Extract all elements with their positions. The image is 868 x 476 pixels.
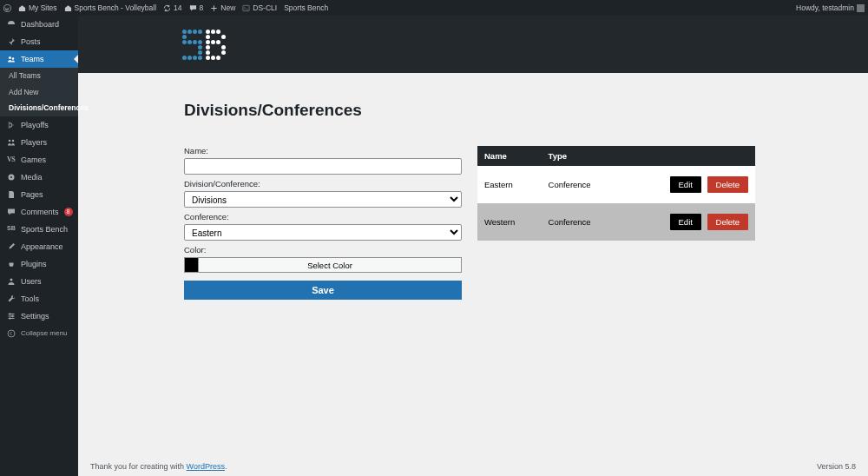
- divisions-table: Name Type Eastern Conference Edit: [477, 146, 755, 241]
- edit-button[interactable]: Edit: [670, 176, 701, 193]
- admin-bar: My Sites Sports Bench - Volleyball 14 8 …: [0, 0, 868, 16]
- adminbar-site[interactable]: Sports Bench - Volleyball: [64, 3, 157, 12]
- menu-games-label: Games: [21, 155, 46, 164]
- col-type: Type: [542, 146, 623, 166]
- menu-appearance-label: Appearance: [21, 242, 63, 251]
- footer-thanks-prefix: Thank you for creating with: [90, 462, 187, 471]
- footer-wp-link[interactable]: WordPress: [187, 462, 225, 471]
- submenu-allteams[interactable]: All Teams: [0, 68, 78, 84]
- svg-point-0: [3, 4, 10, 11]
- svg-point-11: [12, 315, 14, 317]
- menu-tools-label: Tools: [21, 294, 39, 303]
- menu-pages[interactable]: Pages: [0, 186, 78, 203]
- adminbar-comments[interactable]: 8: [189, 3, 204, 12]
- adminbar-updates[interactable]: 14: [163, 3, 181, 12]
- adminbar-wp-logo[interactable]: [3, 4, 11, 12]
- conference-select[interactable]: Eastern: [184, 224, 462, 241]
- adminbar-sportsbench[interactable]: Sports Bench: [284, 3, 328, 12]
- menu-sportsbench-label: Sports Bench: [21, 225, 68, 234]
- submenu-addnew[interactable]: Add New: [0, 84, 78, 101]
- menu-comments[interactable]: Comments 8: [0, 203, 78, 221]
- svg-point-4: [12, 57, 15, 60]
- adminbar-howdy[interactable]: Howdy, testadmin: [796, 3, 865, 12]
- wordpress-logo-icon: [3, 4, 11, 12]
- adminbar-mysites[interactable]: My Sites: [18, 3, 57, 12]
- menu-users-label: Users: [21, 277, 42, 286]
- dashboard-icon: [7, 20, 16, 29]
- delete-button[interactable]: Delete: [707, 214, 748, 230]
- menu-media[interactable]: Media: [0, 169, 78, 186]
- divconf-label: Division/Conference:: [184, 179, 462, 188]
- sites-icon: [18, 4, 26, 12]
- select-color-button[interactable]: Select Color: [198, 257, 462, 273]
- user-icon: [7, 277, 16, 286]
- color-swatch[interactable]: [184, 257, 198, 273]
- collapse-icon: [7, 329, 16, 338]
- svg-point-8: [10, 176, 12, 178]
- svg-point-13: [8, 330, 15, 337]
- adminbar-updates-count: 14: [174, 3, 181, 12]
- svg-rect-1: [243, 5, 249, 10]
- col-name: Name: [477, 146, 542, 166]
- wrench-icon: [7, 294, 16, 303]
- sb-logo: [182, 30, 226, 60]
- submenu-divconf[interactable]: Divisions/Conferences: [0, 100, 78, 116]
- menu-teams[interactable]: Teams: [0, 50, 78, 68]
- cell-name: Western: [477, 203, 542, 241]
- menu-users[interactable]: Users: [0, 273, 78, 290]
- players-icon: [7, 138, 16, 147]
- svg-point-12: [10, 318, 11, 320]
- footer-thanks-suffix: .: [225, 462, 227, 471]
- table-row: Eastern Conference Edit Delete: [477, 166, 755, 203]
- menu-appearance[interactable]: Appearance: [0, 238, 78, 255]
- adminbar-dscli-label: DS-CLI: [253, 3, 277, 12]
- menu-dashboard-label: Dashboard: [21, 20, 59, 29]
- adminbar-site-label: Sports Bench - Volleyball: [75, 3, 157, 12]
- menu-teams-label: Teams: [21, 55, 44, 63]
- menu-playoffs-label: Playoffs: [21, 121, 49, 129]
- submenu-teams: All Teams Add New Divisions/Conferences: [0, 68, 78, 116]
- adminbar-dscli[interactable]: DS-CLI: [242, 3, 277, 12]
- menu-dashboard[interactable]: Dashboard: [0, 16, 78, 33]
- cell-type: Conference: [542, 203, 623, 241]
- menu-playoffs[interactable]: Playoffs: [0, 116, 78, 134]
- menu-tools[interactable]: Tools: [0, 290, 78, 307]
- name-input[interactable]: [184, 158, 462, 175]
- menu-plugins-label: Plugins: [21, 260, 47, 268]
- delete-button[interactable]: Delete: [707, 176, 748, 193]
- menu-sportsbench[interactable]: SB Sports Bench: [0, 221, 78, 238]
- svg-rect-2: [857, 4, 865, 12]
- divconf-select[interactable]: Divisions: [184, 191, 462, 208]
- save-button[interactable]: Save: [184, 281, 462, 300]
- adminbar-mysites-label: My Sites: [29, 3, 57, 12]
- divisions-table-wrap: Name Type Eastern Conference Edit: [477, 146, 755, 241]
- edit-button[interactable]: Edit: [670, 214, 701, 230]
- main-area: Divisions/Conferences Name: Division/Con…: [78, 16, 868, 476]
- menu-settings[interactable]: Settings: [0, 307, 78, 325]
- pin-icon: [7, 37, 16, 46]
- media-icon: [7, 173, 16, 182]
- vs-icon: VS: [7, 155, 16, 164]
- name-label: Name:: [184, 146, 462, 155]
- menu-players-label: Players: [21, 138, 47, 147]
- menu-plugins[interactable]: Plugins: [0, 255, 78, 273]
- sliders-icon: [7, 312, 16, 321]
- plus-icon: [210, 4, 218, 12]
- adminbar-new[interactable]: New: [210, 3, 235, 12]
- svg-point-6: [12, 140, 15, 142]
- comment-icon: [189, 4, 197, 12]
- brush-icon: [7, 242, 16, 251]
- admin-sidebar: Dashboard Posts Teams All Teams Add New …: [0, 16, 78, 476]
- bracket-icon: [7, 121, 16, 129]
- menu-pages-label: Pages: [21, 190, 43, 199]
- svg-point-10: [10, 314, 11, 315]
- menu-players[interactable]: Players: [0, 134, 78, 151]
- comments-badge: 8: [64, 208, 73, 216]
- pages-icon: [7, 190, 16, 199]
- collapse-label: Collapse menu: [21, 329, 67, 337]
- comments-icon: [7, 208, 16, 216]
- update-icon: [163, 4, 171, 12]
- collapse-menu[interactable]: Collapse menu: [0, 325, 78, 342]
- menu-posts[interactable]: Posts: [0, 33, 78, 50]
- menu-games[interactable]: VS Games: [0, 151, 78, 169]
